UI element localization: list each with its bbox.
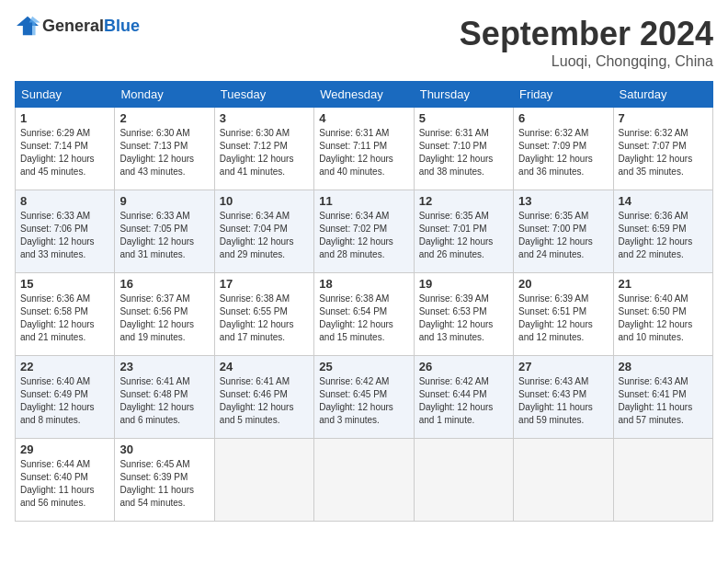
day-number: 24: [220, 360, 309, 373]
location: Luoqi, Chongqing, China: [460, 53, 713, 70]
calendar-header-row: Sunday Monday Tuesday Wednesday Thursday…: [16, 82, 713, 108]
col-monday: Monday: [115, 82, 214, 108]
table-cell: 17 Sunrise: 6:38 AMSunset: 6:55 PMDaylig…: [214, 273, 313, 356]
day-number: 19: [419, 277, 508, 291]
table-cell: 20 Sunrise: 6:39 AMSunset: 6:51 PMDaylig…: [514, 273, 613, 356]
week-row-5: 29 Sunrise: 6:44 AMSunset: 6:40 PMDaylig…: [16, 439, 713, 522]
day-number: 20: [518, 277, 608, 291]
logo-icon: [15, 15, 40, 37]
table-cell: 10 Sunrise: 6:34 AMSunset: 7:04 PMDaylig…: [214, 190, 313, 273]
table-cell: 19 Sunrise: 6:39 AMSunset: 6:53 PMDaylig…: [414, 273, 513, 356]
day-info: Sunrise: 6:43 AMSunset: 6:43 PMDaylight:…: [518, 376, 593, 425]
day-number: 13: [518, 194, 608, 208]
day-info: Sunrise: 6:44 AMSunset: 6:40 PMDaylight:…: [20, 459, 95, 508]
day-info: Sunrise: 6:41 AMSunset: 6:46 PMDaylight:…: [220, 376, 294, 425]
title-section: September 2024 Luoqi, Chongqing, China: [460, 15, 713, 70]
day-info: Sunrise: 6:34 AMSunset: 7:02 PMDaylight:…: [319, 211, 393, 259]
col-wednesday: Wednesday: [314, 82, 414, 108]
page-header: GeneralBlue September 2024 Luoqi, Chongq…: [15, 15, 713, 70]
table-cell: 3 Sunrise: 6:30 AMSunset: 7:12 PMDayligh…: [214, 108, 313, 190]
day-info: Sunrise: 6:33 AMSunset: 7:05 PMDaylight:…: [119, 211, 194, 259]
col-saturday: Saturday: [613, 82, 712, 108]
table-cell: 28 Sunrise: 6:43 AMSunset: 6:41 PMDaylig…: [613, 356, 712, 439]
day-number: 17: [220, 277, 309, 291]
day-info: Sunrise: 6:31 AMSunset: 7:11 PMDaylight:…: [319, 128, 393, 177]
day-info: Sunrise: 6:30 AMSunset: 7:12 PMDaylight:…: [220, 128, 294, 177]
day-info: Sunrise: 6:34 AMSunset: 7:04 PMDaylight:…: [220, 211, 294, 259]
table-cell: 2 Sunrise: 6:30 AMSunset: 7:13 PMDayligh…: [115, 108, 214, 190]
day-info: Sunrise: 6:33 AMSunset: 7:06 PMDaylight:…: [20, 211, 95, 259]
table-cell: 11 Sunrise: 6:34 AMSunset: 7:02 PMDaylig…: [314, 190, 414, 273]
day-number: 23: [119, 360, 209, 373]
table-cell: 1 Sunrise: 6:29 AMSunset: 7:14 PMDayligh…: [16, 108, 115, 190]
day-number: 9: [119, 194, 209, 208]
table-cell: 23 Sunrise: 6:41 AMSunset: 6:48 PMDaylig…: [115, 356, 214, 439]
day-number: 7: [619, 111, 708, 125]
table-cell: 18 Sunrise: 6:38 AMSunset: 6:54 PMDaylig…: [314, 273, 414, 356]
day-number: 25: [319, 360, 408, 373]
table-cell: 27 Sunrise: 6:43 AMSunset: 6:43 PMDaylig…: [514, 356, 613, 439]
table-cell: [214, 439, 313, 522]
day-info: Sunrise: 6:35 AMSunset: 7:00 PMDaylight:…: [518, 211, 593, 259]
day-number: 4: [319, 111, 408, 125]
table-cell: 12 Sunrise: 6:35 AMSunset: 7:01 PMDaylig…: [414, 190, 513, 273]
day-number: 6: [518, 111, 608, 125]
table-cell: 6 Sunrise: 6:32 AMSunset: 7:09 PMDayligh…: [514, 108, 613, 190]
day-info: Sunrise: 6:42 AMSunset: 6:44 PMDaylight:…: [419, 376, 494, 425]
day-info: Sunrise: 6:35 AMSunset: 7:01 PMDaylight:…: [419, 211, 494, 259]
table-cell: 9 Sunrise: 6:33 AMSunset: 7:05 PMDayligh…: [115, 190, 214, 273]
day-number: 16: [119, 277, 209, 291]
logo: GeneralBlue: [15, 15, 140, 37]
calendar-table: Sunday Monday Tuesday Wednesday Thursday…: [15, 81, 713, 522]
day-number: 28: [619, 360, 708, 373]
day-info: Sunrise: 6:32 AMSunset: 7:09 PMDaylight:…: [518, 128, 593, 177]
day-number: 15: [20, 277, 109, 291]
day-info: Sunrise: 6:37 AMSunset: 6:56 PMDaylight:…: [119, 293, 194, 342]
day-number: 12: [419, 194, 508, 208]
day-info: Sunrise: 6:45 AMSunset: 6:39 PMDaylight:…: [119, 459, 194, 508]
day-number: 3: [220, 111, 309, 125]
table-cell: 22 Sunrise: 6:40 AMSunset: 6:49 PMDaylig…: [16, 356, 115, 439]
day-info: Sunrise: 6:40 AMSunset: 6:49 PMDaylight:…: [20, 376, 95, 425]
day-info: Sunrise: 6:29 AMSunset: 7:14 PMDaylight:…: [20, 128, 95, 177]
day-number: 14: [619, 194, 708, 208]
day-info: Sunrise: 6:38 AMSunset: 6:55 PMDaylight:…: [220, 293, 294, 342]
table-cell: 25 Sunrise: 6:42 AMSunset: 6:45 PMDaylig…: [314, 356, 414, 439]
day-info: Sunrise: 6:30 AMSunset: 7:13 PMDaylight:…: [119, 128, 194, 177]
col-sunday: Sunday: [16, 82, 115, 108]
day-number: 21: [619, 277, 708, 291]
day-info: Sunrise: 6:39 AMSunset: 6:51 PMDaylight:…: [518, 293, 593, 342]
table-cell: 26 Sunrise: 6:42 AMSunset: 6:44 PMDaylig…: [414, 356, 513, 439]
day-number: 1: [20, 111, 109, 125]
table-cell: 8 Sunrise: 6:33 AMSunset: 7:06 PMDayligh…: [16, 190, 115, 273]
table-cell: 5 Sunrise: 6:31 AMSunset: 7:10 PMDayligh…: [414, 108, 513, 190]
logo-text: GeneralBlue: [42, 17, 140, 36]
day-info: Sunrise: 6:36 AMSunset: 6:58 PMDaylight:…: [20, 293, 95, 342]
logo-general: General: [42, 17, 104, 35]
month-year: September 2024: [460, 15, 713, 53]
table-cell: 24 Sunrise: 6:41 AMSunset: 6:46 PMDaylig…: [214, 356, 313, 439]
table-cell: 14 Sunrise: 6:36 AMSunset: 6:59 PMDaylig…: [613, 190, 712, 273]
week-row-1: 1 Sunrise: 6:29 AMSunset: 7:14 PMDayligh…: [16, 108, 713, 190]
day-info: Sunrise: 6:43 AMSunset: 6:41 PMDaylight:…: [619, 376, 693, 425]
day-number: 27: [518, 360, 608, 373]
day-info: Sunrise: 6:38 AMSunset: 6:54 PMDaylight:…: [319, 293, 393, 342]
day-info: Sunrise: 6:36 AMSunset: 6:59 PMDaylight:…: [619, 211, 693, 259]
table-cell: 15 Sunrise: 6:36 AMSunset: 6:58 PMDaylig…: [16, 273, 115, 356]
table-cell: [414, 439, 513, 522]
col-thursday: Thursday: [414, 82, 513, 108]
table-cell: 30 Sunrise: 6:45 AMSunset: 6:39 PMDaylig…: [115, 439, 214, 522]
week-row-2: 8 Sunrise: 6:33 AMSunset: 7:06 PMDayligh…: [16, 190, 713, 273]
day-number: 5: [419, 111, 508, 125]
week-row-4: 22 Sunrise: 6:40 AMSunset: 6:49 PMDaylig…: [16, 356, 713, 439]
table-cell: 29 Sunrise: 6:44 AMSunset: 6:40 PMDaylig…: [16, 439, 115, 522]
day-number: 29: [20, 442, 109, 456]
day-number: 26: [419, 360, 508, 373]
day-number: 8: [20, 194, 109, 208]
day-number: 18: [319, 277, 408, 291]
col-tuesday: Tuesday: [214, 82, 313, 108]
day-info: Sunrise: 6:42 AMSunset: 6:45 PMDaylight:…: [319, 376, 393, 425]
day-info: Sunrise: 6:41 AMSunset: 6:48 PMDaylight:…: [119, 376, 194, 425]
day-number: 30: [119, 442, 209, 456]
table-cell: [613, 439, 712, 522]
